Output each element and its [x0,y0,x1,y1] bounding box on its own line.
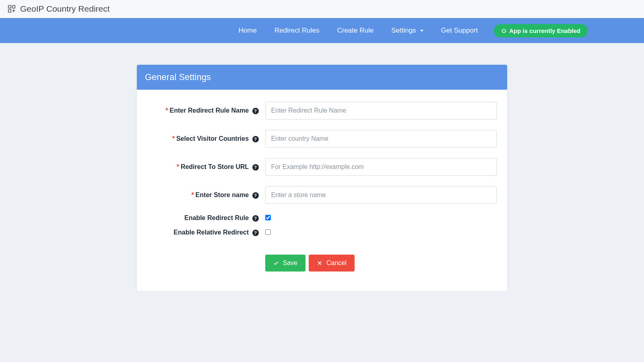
app-status-toggle[interactable]: App is currently Enabled [494,24,588,37]
store-name-label: *Enter Store name ? [144,191,265,199]
close-icon [317,260,322,266]
help-icon[interactable]: ? [252,230,259,236]
save-button[interactable]: Save [265,255,305,272]
help-icon[interactable]: ? [252,108,259,114]
store-name-input[interactable] [265,186,497,204]
save-button-label: Save [283,259,297,267]
rule-name-input[interactable] [265,102,497,119]
chevron-down-icon [420,30,423,32]
app-status-label: App is currently Enabled [509,27,580,34]
settings-panel: General Settings *Enter Redirect Rule Na… [137,65,507,291]
nav-settings[interactable]: Settings [383,19,431,42]
svg-rect-0 [8,6,11,8]
panel-heading: General Settings [137,65,507,90]
rule-name-label: *Enter Redirect Rule Name ? [144,107,265,114]
help-icon[interactable]: ? [252,215,259,222]
help-icon[interactable]: ? [252,164,259,171]
dashboard-icon [7,4,16,13]
svg-rect-2 [8,10,11,12]
help-icon[interactable]: ? [252,192,259,199]
help-icon[interactable]: ? [252,136,259,142]
main-navbar: Home Redirect Rules Create Rule Settings… [0,18,644,43]
store-url-input[interactable] [265,158,497,176]
cancel-button[interactable]: Cancel [309,255,355,272]
top-header: GeoIP Country Redirect [0,0,644,18]
enable-relative-label: Enable Relative Redirect ? [144,229,265,236]
check-icon [273,260,279,266]
cancel-button-label: Cancel [326,259,347,267]
nav-home[interactable]: Home [231,19,265,42]
enable-rule-checkbox[interactable] [265,215,271,220]
visitor-countries-input[interactable] [265,130,497,148]
app-title: GeoIP Country Redirect [20,4,110,14]
store-url-label: *Redirect To Store URL ? [144,163,265,171]
svg-rect-1 [12,6,15,8]
enable-rule-label: Enable Redirect Rule ? [144,214,265,222]
nav-create-rule[interactable]: Create Rule [329,19,382,42]
nav-get-support[interactable]: Get Support [433,19,486,42]
visitor-countries-label: *Select Visitor Countries ? [144,135,265,142]
enable-relative-checkbox[interactable] [265,229,271,235]
power-icon [501,28,507,33]
nav-redirect-rules[interactable]: Redirect Rules [266,19,328,42]
nav-settings-label: Settings [391,27,416,35]
